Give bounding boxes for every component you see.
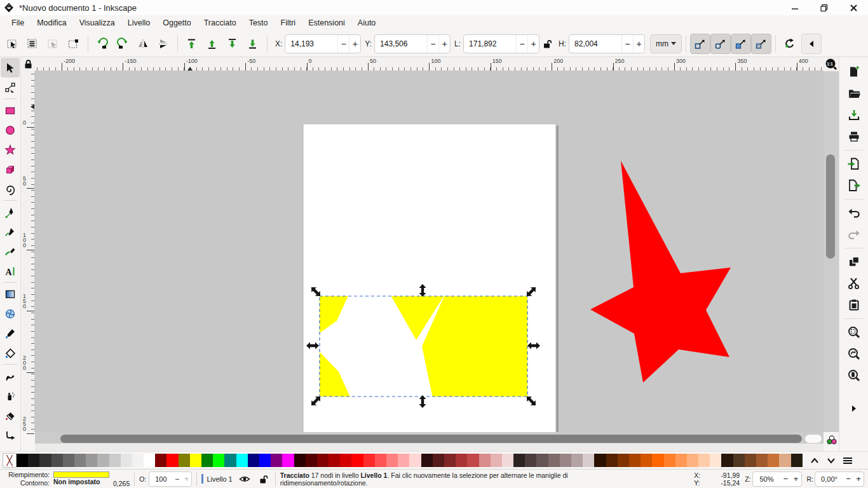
palette-swatch[interactable] [421,454,433,467]
palette-swatch[interactable] [675,454,687,467]
palette-swatch[interactable] [294,454,306,467]
palette-swatch[interactable] [190,454,201,467]
color-managed-display-icon[interactable] [824,432,840,447]
palette-swatch[interactable] [74,454,86,467]
palette-swatch[interactable] [467,454,478,467]
width-increment-button[interactable]: + [527,35,539,53]
palette-swatch[interactable] [28,454,39,467]
palette-swatch[interactable] [317,454,329,467]
palette-swatch[interactable] [236,454,248,467]
tool-spray[interactable] [1,386,20,405]
height-decrement-button[interactable]: − [621,35,633,53]
palette-swatch[interactable] [571,454,583,467]
zoom-value[interactable]: 50% [753,475,781,483]
zoom-increment-button[interactable]: + [791,474,801,484]
palette-swatch[interactable] [329,454,340,467]
x-increment-button[interactable]: + [349,35,360,53]
stroke-value[interactable]: Non impostato [53,478,109,486]
palette-swatch[interactable] [652,454,663,467]
menu-testo[interactable]: Testo [243,17,275,29]
palette-no-color-swatch[interactable]: ╳ [3,453,17,468]
palette-swatch[interactable] [594,454,606,467]
tool-mesh[interactable] [1,304,20,323]
palette-swatch[interactable] [166,454,178,467]
lower-button[interactable] [222,34,243,54]
width-decrement-button[interactable]: − [516,35,527,53]
width-value[interactable]: 171,892 [464,39,516,48]
tool-gradient[interactable] [1,284,20,304]
palette-swatch[interactable] [363,454,375,467]
tool-dropper[interactable] [1,323,20,343]
tool-calligraphy[interactable] [1,241,20,261]
minimize-button[interactable] [780,0,810,15]
canvas-viewport[interactable] [35,71,824,432]
palette-swatch[interactable] [86,454,97,467]
palette-swatch[interactable] [386,454,398,467]
palette-swatch[interactable] [213,454,224,467]
new-document-button[interactable] [843,61,865,83]
menu-file[interactable]: File [5,17,31,29]
palette-swatch[interactable] [491,454,502,467]
tool-spiral[interactable] [1,179,20,199]
paste-button[interactable] [843,294,865,316]
palette-swatch[interactable] [109,454,121,467]
close-button[interactable] [839,0,868,15]
palette-swatch[interactable] [779,454,790,467]
palette-swatch[interactable] [479,454,491,467]
palette-swatch[interactable] [224,454,236,467]
menu-estensioni[interactable]: Estensioni [302,17,351,29]
lock-guides-icon[interactable] [21,57,35,71]
palette-swatch[interactable] [433,454,444,467]
palette-swatch[interactable] [444,454,456,467]
palette-swatch[interactable] [618,454,629,467]
palette-swatch[interactable] [456,454,467,467]
print-button[interactable] [843,126,865,147]
palette-swatch[interactable] [710,454,721,467]
stroke-width-value[interactable]: 0,265 [113,480,130,488]
palette-swatch[interactable] [733,454,745,467]
palette-swatch[interactable] [560,454,571,467]
h-ruler[interactable]: -200-150-100-50050100150200250300350400 [35,57,824,71]
scale-stroke-toggle[interactable] [690,34,710,54]
red-star-shape[interactable] [590,161,731,383]
x-decrement-button[interactable]: − [337,35,349,53]
tool-pen[interactable] [1,202,20,222]
tool-selector[interactable] [1,58,20,78]
palette-swatch[interactable] [536,454,548,467]
height-increment-button[interactable]: + [633,35,644,53]
palette-swatch[interactable] [606,454,618,467]
palette-swatch[interactable] [340,454,351,467]
palette-swatch[interactable] [502,454,513,467]
palette-swatch[interactable] [513,454,525,467]
h-scrollbar-thumb[interactable] [60,435,802,443]
palette-swatch[interactable] [63,454,74,467]
collapse-toolbar-button[interactable] [801,34,822,54]
raise-to-top-button[interactable] [182,34,202,54]
opacity-decrement-button[interactable]: − [172,475,182,484]
rotate-ccw-button[interactable] [92,34,112,54]
palette-swatch[interactable] [698,454,710,467]
menu-oggetto[interactable]: Oggetto [156,17,197,29]
deselect-button[interactable] [43,34,64,54]
palette-swatch[interactable] [629,454,641,467]
palette-swatch[interactable] [664,454,675,467]
select-all-layers-button[interactable] [23,34,43,54]
menu-aiuto[interactable]: Aiuto [351,17,383,29]
opacity-increment-button[interactable]: + [182,475,191,484]
zoom-drawing-button[interactable] [843,343,865,365]
menu-livello[interactable]: Livello [121,17,156,29]
tool-paint-bucket[interactable] [1,343,20,363]
zoom-selection-button[interactable] [843,322,865,343]
maximize-button[interactable] [810,0,839,15]
palette-swatch[interactable] [583,454,594,467]
palette-swatch[interactable] [17,454,28,467]
h-scrollbar[interactable] [35,432,824,451]
current-layer-name[interactable]: Livello 1 [207,475,232,483]
zoom-1-1-button[interactable]: 1:1 [824,57,839,71]
cut-button[interactable] [843,273,865,294]
palette-swatch[interactable] [791,454,803,467]
palette-swatch[interactable] [271,454,282,467]
lower-to-bottom-button[interactable] [243,34,263,54]
palette-scroll-down-button[interactable] [823,454,839,468]
palette-swatch[interactable] [409,454,421,467]
